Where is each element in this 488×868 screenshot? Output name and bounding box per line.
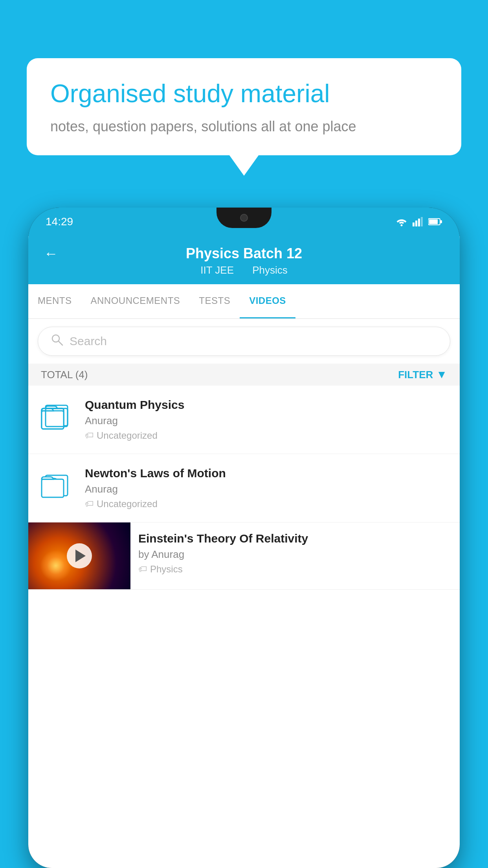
video-title-1: Quantum Physics (85, 398, 449, 412)
search-bar[interactable]: Search (38, 327, 450, 356)
video-author-3: by Anurag (138, 548, 452, 561)
video-tag-3: 🏷 Physics (138, 564, 452, 575)
svg-point-0 (401, 224, 403, 226)
svg-rect-16 (42, 479, 64, 497)
phone-content: ← Physics Batch 12 IIT JEE Physics MENTS… (28, 236, 460, 868)
tab-videos[interactable]: VIDEOS (240, 284, 295, 318)
video-item-2[interactable]: Newton's Laws of Motion Anurag 🏷 Uncateg… (28, 454, 460, 522)
tab-announcements[interactable]: ANNOUNCEMENTS (81, 284, 190, 318)
tab-tests[interactable]: TESTS (189, 284, 240, 318)
status-time: 14:29 (46, 215, 73, 228)
status-bar: 14:29 (28, 208, 460, 236)
tag-icon-2: 🏷 (85, 499, 94, 509)
video-title-2: Newton's Laws of Motion (85, 467, 449, 480)
header-row: ← Physics Batch 12 (44, 245, 444, 262)
filter-funnel-icon: ▼ (436, 368, 447, 381)
wifi-icon (395, 217, 408, 226)
bubble-title: Organised study material (50, 79, 438, 109)
video-item-3[interactable]: Einstein's Theory Of Relativity by Anura… (28, 522, 460, 590)
status-icons (395, 217, 442, 226)
header-subtitle: IIT JEE Physics (196, 264, 292, 276)
video-info-3: Einstein's Theory Of Relativity by Anura… (130, 522, 460, 584)
play-triangle-icon (75, 550, 86, 562)
video-tag-1: 🏷 Uncategorized (85, 430, 449, 441)
search-placeholder: Search (70, 335, 107, 348)
filter-button[interactable]: FILTER ▼ (398, 368, 447, 381)
svg-rect-4 (421, 217, 423, 226)
total-count: TOTAL (4) (41, 369, 88, 381)
svg-rect-6 (429, 219, 438, 224)
video-item-1[interactable]: Quantum Physics Anurag 🏷 Uncategorized (28, 386, 460, 454)
video-tag-2: 🏷 Uncategorized (85, 498, 449, 509)
bubble-subtitle: notes, question papers, solutions all at… (50, 118, 438, 135)
svg-line-9 (59, 341, 62, 345)
notch (216, 208, 272, 228)
filter-row: TOTAL (4) FILTER ▼ (28, 364, 460, 386)
tag-icon-1: 🏷 (85, 430, 94, 441)
video-folder-icon-2 (39, 468, 74, 503)
video-thumbnail-3 (28, 522, 130, 589)
svg-rect-7 (440, 220, 442, 223)
video-author-1: Anurag (85, 415, 449, 427)
speech-bubble: Organised study material notes, question… (27, 58, 461, 155)
tag-icon-3: 🏷 (138, 564, 147, 574)
phone-frame: 14:29 (28, 208, 460, 868)
svg-rect-3 (418, 219, 420, 226)
play-button[interactable] (67, 543, 92, 568)
tabs-bar: MENTS ANNOUNCEMENTS TESTS VIDEOS (28, 284, 460, 319)
svg-rect-2 (415, 221, 417, 226)
video-info-1: Quantum Physics Anurag 🏷 Uncategorized (85, 398, 449, 441)
app-header: ← Physics Batch 12 IIT JEE Physics (28, 236, 460, 284)
video-info-2: Newton's Laws of Motion Anurag 🏷 Uncateg… (85, 467, 449, 509)
svg-rect-1 (413, 223, 415, 226)
tag-physics: Physics (252, 264, 288, 276)
video-folder-icon-1 (39, 400, 74, 434)
header-title: Physics Batch 12 (186, 245, 302, 262)
tab-ments[interactable]: MENTS (28, 284, 81, 318)
video-title-3: Einstein's Theory Of Relativity (138, 532, 452, 545)
battery-icon (428, 218, 442, 226)
video-list: Quantum Physics Anurag 🏷 Uncategorized (28, 386, 460, 590)
tag-iitjee: IIT JEE (200, 264, 234, 276)
back-button[interactable]: ← (44, 245, 58, 262)
signal-icon (413, 217, 424, 226)
camera (240, 214, 248, 222)
search-icon (51, 333, 63, 349)
video-author-2: Anurag (85, 483, 449, 495)
